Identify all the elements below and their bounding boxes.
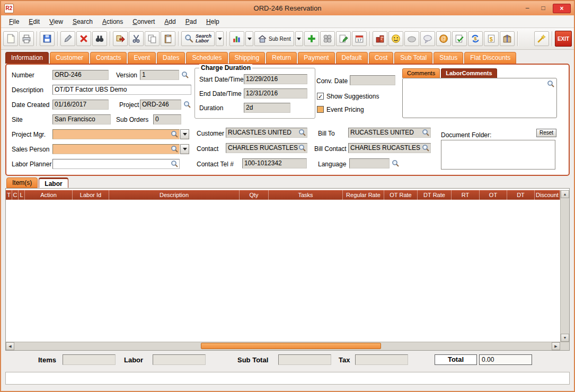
menu-pad[interactable]: Pad [181,15,201,28]
column-header-description[interactable]: Description [109,190,240,200]
project-mgr-dropdown-button[interactable] [180,129,189,139]
comment-button[interactable] [404,31,419,46]
project-field[interactable]: ORD-246 [140,100,181,110]
customer-field[interactable]: RUCASTLES UNITED [226,128,307,138]
tab-schedules[interactable]: Schedules [186,52,227,64]
bill-to-search-icon[interactable] [422,129,429,136]
find-button[interactable] [92,31,107,46]
column-header-rt[interactable]: RT [452,190,480,200]
column-header-dt[interactable]: DT [507,190,535,200]
project-search-icon[interactable] [183,101,191,108]
duration-field[interactable]: 2d [244,103,290,113]
tab-dates[interactable]: Dates [157,52,185,64]
currency-button[interactable]: $ [484,31,499,46]
comments-search-icon[interactable] [547,80,554,87]
copy-button[interactable] [145,31,160,46]
sub-orders-field[interactable]: 0 [153,114,181,124]
menu-add[interactable]: Add [160,15,180,28]
sales-person-field[interactable] [52,144,180,154]
contact-search-icon[interactable] [298,144,306,152]
column-header-qty[interactable]: Qty [240,190,269,200]
language-search-icon[interactable] [392,159,399,167]
vscroll-down-button[interactable]: ▼ [561,334,569,342]
column-header-l[interactable]: L [19,190,25,200]
package-button[interactable] [500,31,515,46]
customer-search-icon[interactable] [298,129,306,136]
conv-date-field[interactable] [350,75,395,85]
date-created-field[interactable]: 01/16/2017 [52,100,109,110]
sub-rent-dropdown-button[interactable] [295,31,303,46]
save-button[interactable] [40,31,55,46]
minimize-button[interactable]: – [521,4,534,13]
print-button[interactable] [19,31,34,46]
project-mgr-field[interactable] [52,129,180,139]
search-labor-dropdown-button[interactable] [216,31,224,46]
menu-search[interactable]: Search [68,15,98,28]
bill-contact-field[interactable]: CHARLES RUCASTLES [348,143,431,153]
chart-dropdown-button[interactable] [245,31,253,46]
menu-file[interactable]: File [4,15,24,28]
close-button[interactable]: × [553,4,571,13]
wand-button[interactable] [534,31,549,46]
cut-button[interactable] [129,31,144,46]
labor-planner-field[interactable] [52,159,180,169]
maximize-button[interactable]: □ [537,4,550,13]
refresh-rates-button[interactable]: $ [468,31,483,46]
search-labor-button[interactable]: SearchLabor [181,31,215,46]
start-date-field[interactable]: 12/29/2016 [244,74,307,84]
vscroll-track[interactable] [561,198,569,334]
notes-button[interactable] [452,31,467,46]
tab-shipping[interactable]: Shipping [229,52,266,64]
end-date-field[interactable]: 12/31/2016 [244,88,307,99]
column-header-c[interactable]: C [12,190,19,200]
tab-event[interactable]: Event [128,52,156,64]
vertical-scrollbar[interactable]: ▲ ▼ [560,190,569,342]
menu-actions[interactable]: Actions [98,15,128,28]
tab-customer[interactable]: Customer [50,52,89,64]
tab-comments[interactable]: Comments [402,68,440,78]
contact-field[interactable]: CHARLES RUCASTLES [226,143,307,153]
column-header-regular-rate[interactable]: Regular Rate [343,190,384,200]
message-button[interactable] [420,31,435,46]
convert-button[interactable] [113,31,128,46]
new-document-button[interactable] [3,31,18,46]
add-button[interactable] [304,31,319,46]
sub-rent-button[interactable]: Sub Rent [254,31,294,46]
menu-convert[interactable]: Convert [128,15,160,28]
labor-comments-textarea[interactable] [402,78,557,118]
column-header-dt-rate[interactable]: DT Rate [418,190,452,200]
version-field[interactable]: 1 [140,70,179,80]
tab-status[interactable]: Status [434,52,463,64]
tab-sub-total[interactable]: Sub Total [394,52,432,64]
tab-labor-comments[interactable]: LaborComments [441,68,497,78]
email-button[interactable]: @ [436,31,451,46]
column-header-action[interactable]: Action [25,190,73,200]
column-header-labor-id[interactable]: Labor Id [73,190,109,200]
tab-contacts[interactable]: Contacts [90,52,127,64]
grid-body[interactable] [6,200,560,342]
chart-button[interactable] [229,31,244,46]
hscroll-thumb[interactable] [201,343,381,349]
site-field[interactable]: San Francisco [52,114,111,124]
menu-edit[interactable]: Edit [24,15,45,28]
description-field[interactable]: OT/DT Factor UBS Demo [52,85,191,95]
language-field[interactable] [349,158,390,168]
show-suggestions-checkbox[interactable]: ✓ [317,93,324,100]
menu-help[interactable]: Help [201,15,224,28]
contact-tel-field[interactable]: 100-1012342 [242,158,307,168]
paste-button[interactable] [161,31,175,46]
version-search-icon[interactable] [181,71,189,78]
hscroll-right-button[interactable]: ▶ [552,342,560,350]
delete-button[interactable] [76,31,91,46]
edit-button[interactable] [60,31,75,46]
contact-button[interactable] [388,31,403,46]
horizontal-scrollbar[interactable]: ◀ ▶ [6,342,560,350]
reset-button[interactable]: Reset [536,129,556,137]
bill-contact-search-icon[interactable] [422,144,429,152]
tab-flat-discounts[interactable]: Flat Discounts [464,52,516,64]
tab-labor[interactable]: Labor [39,177,68,188]
company-button[interactable] [373,31,387,46]
menu-view[interactable]: View [45,15,68,28]
project-mgr-search-icon[interactable] [171,130,178,138]
column-header-ot-rate[interactable]: OT Rate [384,190,418,200]
